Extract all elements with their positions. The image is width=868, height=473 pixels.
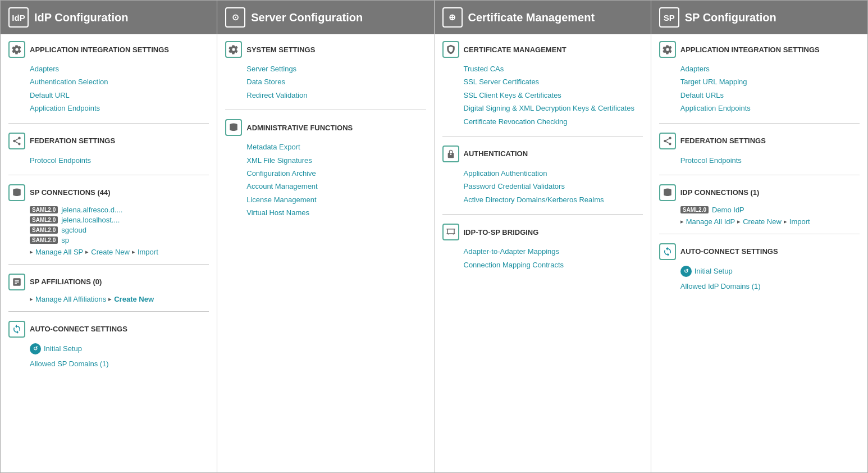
saml-badge: SAML2.0	[680, 206, 709, 213]
section-link[interactable]: Protocol Endpoints	[680, 154, 860, 167]
section-link[interactable]: Virtual Host Names	[246, 206, 426, 219]
header-icon: SP	[659, 7, 679, 28]
section-link[interactable]: Account Management	[246, 180, 426, 193]
section-link[interactable]: Default URLs	[680, 89, 860, 102]
main-container: IdP IdP Configuration APPLICATION INTEGR…	[0, 0, 868, 473]
section-link[interactable]: Active Directory Domains/Kerberos Realms	[464, 193, 643, 206]
arrow-prefix: ▸	[30, 248, 33, 256]
section-title: IDP-TO-SP BRIDGING	[464, 228, 539, 236]
header-icon: ⊙	[225, 7, 245, 28]
section-idp-app-integration: APPLICATION INTEGRATION SETTINGS Adapter…	[8, 41, 209, 124]
saml-item: SAML2.0 Demo IdP	[680, 206, 860, 214]
section-header: APPLICATION INTEGRATION SETTINGS	[659, 41, 860, 58]
manage-link[interactable]: Manage All IdP	[686, 217, 735, 226]
section-links: Metadata ExportXML File SignaturesConfig…	[246, 140, 426, 219]
section-title: AUTO-CONNECT SETTINGS	[680, 247, 778, 256]
section-title: SP AFFILIATIONS (0)	[30, 278, 102, 286]
arrow-prefix: ▸	[132, 248, 135, 256]
manage-link[interactable]: Create New	[91, 248, 130, 256]
section-link[interactable]: Digital Signing & XML Decryption Keys & …	[464, 102, 643, 115]
col-header-sp: SP SP Configuration	[651, 1, 867, 34]
section-sp-federation: FEDERATION SETTINGS Protocol Endpoints	[659, 133, 860, 175]
section-links: Application AuthenticationPassword Crede…	[464, 167, 643, 206]
section-sp-idp-connections: IDP CONNECTIONS (1) SAML2.0 Demo IdP ▸Ma…	[659, 184, 860, 234]
connection-link[interactable]: Demo IdP	[712, 206, 744, 214]
connection-link[interactable]: sp	[61, 236, 69, 244]
section-link[interactable]: Adapter-to-Adapter Mappings	[464, 245, 643, 258]
manage-links: ▸Manage All Affiliations▸Create New	[30, 295, 209, 303]
connection-link[interactable]: sgcloud	[61, 226, 86, 234]
section-title: SYSTEM SETTINGS	[246, 46, 315, 54]
manage-link[interactable]: Create New	[743, 217, 782, 226]
section-link[interactable]: Default URL	[30, 89, 209, 102]
manage-link[interactable]: Import	[138, 248, 158, 256]
section-link[interactable]: Target URL Mapping	[680, 75, 860, 88]
section-links: Server SettingsData StoresRedirect Valid…	[246, 62, 426, 102]
section-icon	[442, 41, 459, 58]
section-header: SYSTEM SETTINGS	[225, 41, 426, 58]
arrow-prefix: ▸	[737, 218, 741, 225]
section-link[interactable]: Authentication Selection	[30, 75, 209, 88]
extra-link[interactable]: Allowed IdP Domains (1)	[680, 280, 860, 293]
section-links: Adapter-to-Adapter MappingsConnection Ma…	[464, 245, 643, 271]
section-link[interactable]: Application Authentication	[464, 167, 643, 180]
saml-item: SAML2.0 sgcloud	[30, 226, 209, 234]
section-link[interactable]: Trusted CAs	[464, 62, 643, 75]
section-link[interactable]: Data Stores	[246, 75, 426, 88]
col-header-server: ⊙ Server Configuration	[217, 1, 433, 34]
section-link[interactable]: Configuration Archive	[246, 167, 426, 180]
section-link[interactable]: Certificate Revocation Checking	[464, 115, 643, 128]
section-link[interactable]: Metadata Export	[246, 140, 426, 153]
manage-link[interactable]: Manage All SP	[35, 248, 83, 256]
header-icon: IdP	[8, 7, 29, 28]
section-link[interactable]: SSL Server Certificates	[464, 75, 643, 88]
section-title: AUTO-CONNECT SETTINGS	[30, 325, 127, 333]
arrow-prefix: ▸	[85, 248, 89, 256]
section-link[interactable]: Redirect Validation	[246, 89, 426, 102]
section-sp-app-integration: APPLICATION INTEGRATION SETTINGS Adapter…	[659, 41, 860, 124]
section-link[interactable]: Connection Mapping Contracts	[464, 258, 643, 271]
section-header: SP CONNECTIONS (44)	[8, 184, 209, 201]
section-link[interactable]: XML File Signatures	[246, 154, 426, 167]
section-link[interactable]: Adapters	[680, 62, 860, 75]
extra-link[interactable]: Allowed SP Domains (1)	[30, 357, 209, 370]
col-header-title: IdP Configuration	[34, 11, 128, 24]
connection-link[interactable]: jelena.localhost....	[61, 216, 120, 224]
manage-links: ▸Manage All IdP▸Create New▸Import	[680, 217, 860, 226]
initial-setup-link[interactable]: Initial Setup	[44, 342, 82, 355]
arrow-prefix: ▸	[784, 218, 787, 225]
column-server: ⊙ Server Configuration SYSTEM SETTINGS S…	[217, 1, 434, 472]
section-links: AdaptersAuthentication SelectionDefault …	[30, 62, 209, 115]
section-link[interactable]: SSL Client Keys & Certificates	[464, 89, 643, 102]
section-link[interactable]: License Management	[246, 193, 426, 206]
section-icon	[225, 119, 242, 136]
section-links: Protocol Endpoints	[30, 154, 209, 167]
manage-link[interactable]: Create New	[114, 295, 154, 303]
arrow-prefix: ▸	[30, 295, 33, 303]
section-link[interactable]: Application Endpoints	[680, 102, 860, 115]
manage-link[interactable]: Import	[789, 217, 810, 226]
section-header: AUTHENTICATION	[442, 145, 643, 162]
section-icon	[8, 133, 25, 149]
section-header: IDP CONNECTIONS (1)	[659, 184, 860, 201]
saml-item: SAML2.0 sp	[30, 236, 209, 244]
header-icon: ⊕	[442, 7, 463, 28]
section-link[interactable]: Protocol Endpoints	[30, 154, 209, 167]
extra-links: Allowed SP Domains (1)	[30, 357, 209, 370]
initial-setup-row: ↺ Initial Setup	[680, 265, 860, 278]
saml-badge: SAML2.0	[30, 236, 58, 244]
connection-link[interactable]: jelena.alfresco.d....	[61, 206, 122, 214]
section-link[interactable]: Adapters	[30, 62, 209, 75]
section-title: APPLICATION INTEGRATION SETTINGS	[680, 46, 820, 54]
section-link[interactable]: Password Credential Validators	[464, 180, 643, 193]
initial-icon: ↺	[680, 266, 692, 277]
section-link[interactable]: Application Endpoints	[30, 102, 209, 115]
section-links: AdaptersTarget URL MappingDefault URLsAp…	[680, 62, 860, 115]
section-link[interactable]: Server Settings	[246, 62, 426, 75]
section-header: CERTIFICATE MANAGEMENT	[442, 41, 643, 58]
initial-setup-link[interactable]: Initial Setup	[695, 265, 733, 278]
column-cert: ⊕ Certificate Management CERTIFICATE MAN…	[435, 1, 651, 472]
section-icon	[659, 243, 676, 260]
manage-link[interactable]: Manage All Affiliations	[35, 295, 106, 303]
section-header: ADMINISTRATIVE FUNCTIONS	[225, 119, 426, 136]
